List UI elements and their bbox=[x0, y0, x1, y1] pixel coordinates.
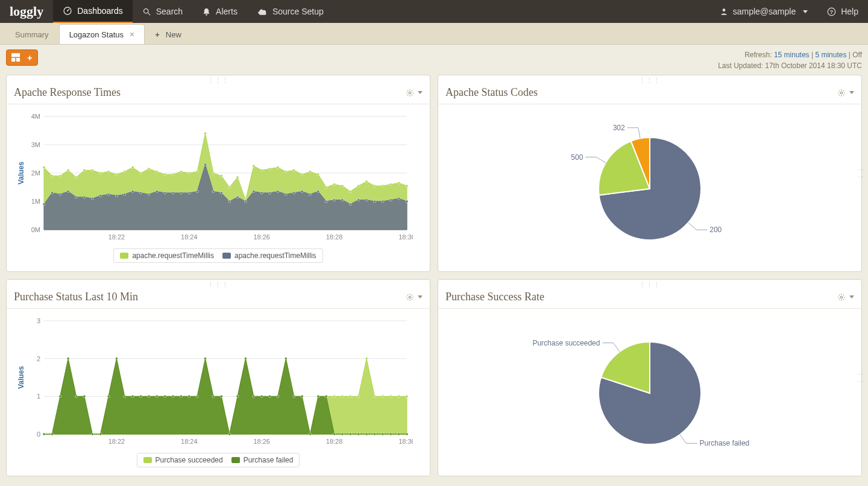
nav-search[interactable]: Search bbox=[133, 0, 192, 23]
tab-summary-label: Summary bbox=[15, 30, 49, 39]
drag-handle-icon[interactable]: ⋮⋮⋮ bbox=[7, 280, 430, 287]
refresh-5min[interactable]: 5 minutes bbox=[815, 51, 846, 59]
svg-point-41 bbox=[148, 168, 150, 170]
svg-point-114 bbox=[365, 199, 368, 201]
svg-point-80 bbox=[91, 197, 93, 200]
svg-point-51 bbox=[228, 186, 231, 189]
svg-point-223 bbox=[382, 433, 384, 435]
nav-source-setup[interactable]: Source Setup bbox=[247, 0, 333, 23]
svg-point-192 bbox=[131, 395, 134, 397]
svg-point-171 bbox=[333, 395, 336, 397]
svg-rect-10 bbox=[16, 58, 20, 62]
panel-apache-response-times: ⋮⋮⋮ Apache Response Times 0M1M2M3M4M18:2… bbox=[6, 75, 430, 272]
svg-point-47 bbox=[196, 171, 198, 173]
legend-item: Purchase succeeded bbox=[156, 456, 223, 464]
bell-icon bbox=[202, 7, 211, 16]
svg-point-213 bbox=[301, 395, 303, 397]
svg-point-174 bbox=[357, 395, 360, 397]
svg-text:1M: 1M bbox=[31, 198, 40, 205]
add-widget-button[interactable]: + bbox=[6, 49, 38, 66]
svg-point-211 bbox=[285, 358, 287, 360]
svg-point-209 bbox=[269, 395, 271, 397]
svg-point-212 bbox=[293, 395, 295, 397]
svg-point-180 bbox=[406, 395, 408, 397]
gear-icon bbox=[837, 89, 846, 97]
svg-point-215 bbox=[317, 395, 319, 397]
panel-purchase-success-rate: ⋮⋮ ⋮⋮⋮ Purchase Success Rate Purchase fa… bbox=[438, 279, 862, 476]
drag-handle-icon[interactable]: ⋮⋮⋮ bbox=[438, 280, 861, 287]
gear-icon bbox=[406, 89, 414, 97]
chart-purchase-success-rate: Purchase failedPurchase succeeded bbox=[447, 315, 853, 467]
svg-point-1 bbox=[67, 10, 68, 11]
svg-point-196 bbox=[164, 395, 166, 397]
search-icon bbox=[142, 7, 151, 16]
svg-point-225 bbox=[398, 433, 400, 435]
tab-new[interactable]: + New bbox=[145, 25, 192, 44]
panel-settings-button[interactable] bbox=[406, 89, 423, 97]
svg-point-76 bbox=[59, 193, 61, 195]
svg-point-69 bbox=[373, 185, 376, 187]
close-icon[interactable]: × bbox=[130, 30, 134, 39]
resize-handle-icon[interactable]: ⋮⋮ bbox=[857, 166, 865, 181]
brand-logo[interactable]: loggly bbox=[0, 0, 53, 23]
svg-point-65 bbox=[341, 185, 344, 187]
svg-text:500: 500 bbox=[571, 153, 583, 162]
nav-alerts-label: Alerts bbox=[216, 7, 237, 16]
panel-settings-button[interactable] bbox=[837, 89, 854, 97]
svg-point-40 bbox=[140, 172, 142, 174]
svg-point-37 bbox=[115, 173, 118, 175]
svg-point-63 bbox=[325, 186, 327, 189]
svg-point-84 bbox=[124, 193, 126, 195]
svg-point-50 bbox=[220, 175, 222, 177]
caret-down-icon bbox=[849, 295, 854, 298]
svg-point-181 bbox=[43, 433, 45, 435]
nav-dashboards[interactable]: Dashboards bbox=[53, 0, 133, 23]
svg-point-202 bbox=[212, 395, 215, 397]
panel-settings-button[interactable] bbox=[406, 293, 423, 301]
nav-user-menu[interactable]: sample@sample bbox=[710, 0, 817, 23]
svg-point-42 bbox=[156, 171, 158, 173]
panel-purchase-status: ⋮⋮⋮ Purchase Status Last 10 Min 012318:2… bbox=[6, 279, 430, 476]
svg-point-32 bbox=[75, 176, 78, 178]
resize-handle-icon[interactable]: ⋮⋮ bbox=[857, 371, 865, 385]
svg-point-88 bbox=[156, 191, 158, 193]
svg-point-68 bbox=[365, 180, 368, 183]
svg-point-100 bbox=[253, 191, 255, 193]
drag-handle-icon[interactable]: ⋮⋮⋮ bbox=[438, 75, 861, 83]
svg-point-208 bbox=[260, 395, 263, 397]
tab-logazon-status[interactable]: Logazon Status × bbox=[59, 24, 145, 44]
svg-point-49 bbox=[212, 172, 215, 174]
svg-point-206 bbox=[244, 358, 247, 360]
svg-point-36 bbox=[107, 171, 110, 173]
svg-point-226 bbox=[406, 433, 408, 435]
svg-point-67 bbox=[357, 185, 360, 187]
chart-apache-response-times: 0M1M2M3M4M18:2218:2418:2618:2818:30Value… bbox=[15, 110, 421, 245]
nav-help[interactable]: ? Help bbox=[817, 0, 868, 23]
nav-alerts[interactable]: Alerts bbox=[192, 0, 247, 23]
svg-point-214 bbox=[309, 433, 311, 435]
svg-text:4M: 4M bbox=[31, 113, 40, 120]
tab-summary[interactable]: Summary bbox=[5, 25, 59, 44]
svg-text:18:28: 18:28 bbox=[326, 233, 343, 241]
svg-point-30 bbox=[59, 175, 61, 177]
svg-point-46 bbox=[188, 172, 190, 174]
svg-point-82 bbox=[107, 193, 110, 195]
dashboard-icon bbox=[63, 6, 72, 16]
refresh-off[interactable]: Off bbox=[852, 51, 862, 59]
svg-point-195 bbox=[156, 395, 158, 397]
tab-new-label: New bbox=[166, 30, 181, 39]
svg-point-107 bbox=[309, 193, 311, 195]
svg-text:200: 200 bbox=[709, 226, 722, 234]
drag-handle-icon[interactable]: ⋮⋮⋮ bbox=[7, 75, 430, 83]
refresh-15min[interactable]: 15 minutes bbox=[774, 51, 810, 59]
svg-point-38 bbox=[124, 171, 126, 173]
svg-text:Purchase succeeded: Purchase succeeded bbox=[532, 339, 600, 347]
panel-settings-button[interactable] bbox=[837, 293, 854, 301]
svg-point-203 bbox=[220, 395, 222, 397]
svg-point-56 bbox=[269, 168, 271, 170]
svg-point-115 bbox=[373, 200, 376, 203]
svg-point-222 bbox=[373, 433, 376, 435]
svg-point-29 bbox=[51, 175, 53, 177]
nav-help-label: Help bbox=[841, 7, 858, 16]
svg-text:3: 3 bbox=[37, 317, 40, 324]
